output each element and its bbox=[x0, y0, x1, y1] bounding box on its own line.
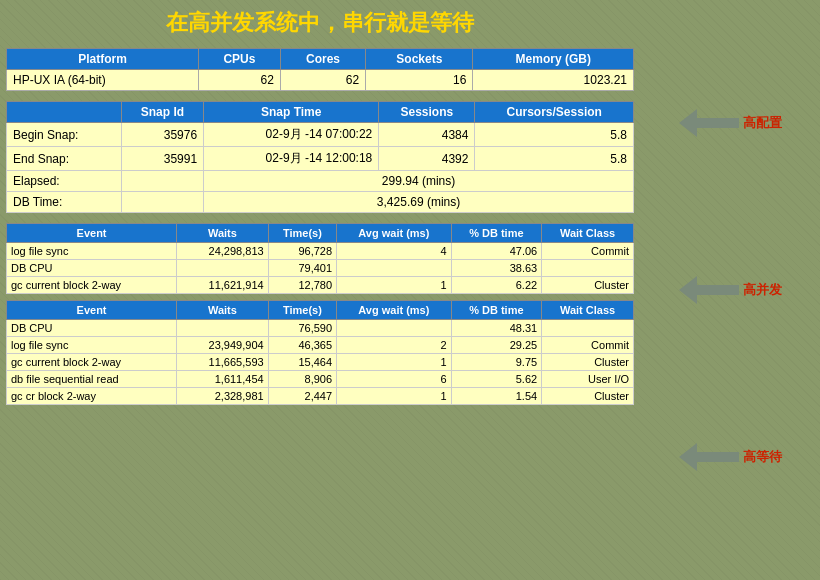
svg-marker-1 bbox=[679, 276, 739, 304]
platform-header-sockets: Sockets bbox=[366, 49, 473, 70]
bottom-event-cell-3-2: 8,906 bbox=[268, 371, 336, 388]
snap-cell-1-0: End Snap: bbox=[7, 147, 122, 171]
main-content: 在高并发系统中，串行就是等待 Platform CPUs Cores Socke… bbox=[0, 0, 640, 580]
platform-header-platform: Platform bbox=[7, 49, 199, 70]
top-events-table: EventWaitsTime(s)Avg wait (ms)% DB timeW… bbox=[6, 223, 634, 294]
top-event-cell-1-2: 79,401 bbox=[268, 260, 336, 277]
arrow-icon-2 bbox=[679, 443, 739, 471]
snap-cell-1-3: 4392 bbox=[379, 147, 475, 171]
arrow-icon-1 bbox=[679, 276, 739, 304]
top-event-cell-2-4: 6.22 bbox=[451, 277, 542, 294]
bottom-event-cell-0-4: 48.31 bbox=[451, 320, 542, 337]
top-event-cell-2-5: Cluster bbox=[542, 277, 634, 294]
top-event-cell-0-4: 47.06 bbox=[451, 243, 542, 260]
bottom-event-row-1: log file sync23,949,90446,365229.25Commi… bbox=[7, 337, 634, 354]
bottom-event-cell-2-1: 11,665,593 bbox=[177, 354, 269, 371]
top-event-cell-0-0: log file sync bbox=[7, 243, 177, 260]
top-event-row-0: log file sync24,298,81396,728447.06Commi… bbox=[7, 243, 634, 260]
bottom-event-cell-1-3: 2 bbox=[337, 337, 451, 354]
snap-cell-0-4: 5.8 bbox=[475, 123, 634, 147]
top-event-header-1: Waits bbox=[177, 224, 269, 243]
top-event-row-2: gc current block 2-way11,621,91412,78016… bbox=[7, 277, 634, 294]
bottom-event-header-1: Waits bbox=[177, 301, 269, 320]
snap-header-cursors: Cursors/Session bbox=[475, 102, 634, 123]
snap-cell-1-4: 5.8 bbox=[475, 147, 634, 171]
arrow-item-1: 高并发 bbox=[679, 276, 782, 304]
snap-table: Snap Id Snap Time Sessions Cursors/Sessi… bbox=[6, 101, 634, 213]
arrow-icon-0 bbox=[679, 109, 739, 137]
snap-row-2: Elapsed:299.94 (mins) bbox=[7, 171, 634, 192]
snap-row-1: End Snap:3599102-9月 -14 12:00:1843925.8 bbox=[7, 147, 634, 171]
platform-row: HP-UX IA (64-bit) 62 62 16 1023.21 bbox=[7, 70, 634, 91]
snap-cell-3-2: 3,425.69 (mins) bbox=[204, 192, 634, 213]
arrow-label-1: 高并发 bbox=[743, 281, 782, 299]
bottom-event-cell-0-5 bbox=[542, 320, 634, 337]
bottom-event-cell-2-3: 1 bbox=[337, 354, 451, 371]
top-event-cell-1-4: 38.63 bbox=[451, 260, 542, 277]
top-event-cell-0-5: Commit bbox=[542, 243, 634, 260]
snap-cell-1-2: 02-9月 -14 12:00:18 bbox=[204, 147, 379, 171]
bottom-event-cell-4-2: 2,447 bbox=[268, 388, 336, 405]
top-event-cell-2-0: gc current block 2-way bbox=[7, 277, 177, 294]
bottom-event-cell-3-1: 1,611,454 bbox=[177, 371, 269, 388]
platform-header-cores: Cores bbox=[280, 49, 365, 70]
snap-cell-3-0: DB Time: bbox=[7, 192, 122, 213]
bottom-event-cell-0-2: 76,590 bbox=[268, 320, 336, 337]
snap-row-3: DB Time:3,425.69 (mins) bbox=[7, 192, 634, 213]
top-event-header-0: Event bbox=[7, 224, 177, 243]
bottom-event-cell-4-4: 1.54 bbox=[451, 388, 542, 405]
bottom-event-cell-1-5: Commit bbox=[542, 337, 634, 354]
bottom-events-table: EventWaitsTime(s)Avg wait (ms)% DB timeW… bbox=[6, 300, 634, 405]
bottom-event-cell-1-1: 23,949,904 bbox=[177, 337, 269, 354]
bottom-event-header-2: Time(s) bbox=[268, 301, 336, 320]
bottom-event-cell-2-4: 9.75 bbox=[451, 354, 542, 371]
bottom-event-cell-2-2: 15,464 bbox=[268, 354, 336, 371]
snap-cell-3-1 bbox=[121, 192, 203, 213]
snap-row-0: Begin Snap:3597602-9月 -14 07:00:2243845.… bbox=[7, 123, 634, 147]
svg-marker-2 bbox=[679, 443, 739, 471]
top-event-cell-1-3 bbox=[337, 260, 451, 277]
top-event-header-5: Wait Class bbox=[542, 224, 634, 243]
top-event-cell-2-2: 12,780 bbox=[268, 277, 336, 294]
bottom-event-cell-0-0: DB CPU bbox=[7, 320, 177, 337]
top-event-cell-0-1: 24,298,813 bbox=[177, 243, 269, 260]
bottom-events-section: EventWaitsTime(s)Avg wait (ms)% DB timeW… bbox=[6, 300, 634, 405]
bottom-event-cell-4-3: 1 bbox=[337, 388, 451, 405]
bottom-event-cell-2-5: Cluster bbox=[542, 354, 634, 371]
platform-sockets: 16 bbox=[366, 70, 473, 91]
bottom-event-row-4: gc cr block 2-way2,328,9812,44711.54Clus… bbox=[7, 388, 634, 405]
arrow-label-0: 高配置 bbox=[743, 114, 782, 132]
top-event-header-4: % DB time bbox=[451, 224, 542, 243]
snap-cell-0-3: 4384 bbox=[379, 123, 475, 147]
snap-header-snapid: Snap Id bbox=[121, 102, 203, 123]
bottom-event-cell-4-0: gc cr block 2-way bbox=[7, 388, 177, 405]
platform-cpus: 62 bbox=[199, 70, 281, 91]
svg-marker-0 bbox=[679, 109, 739, 137]
snap-header-0 bbox=[7, 102, 122, 123]
top-event-row-1: DB CPU79,40138.63 bbox=[7, 260, 634, 277]
bottom-event-cell-1-4: 29.25 bbox=[451, 337, 542, 354]
top-event-cell-0-3: 4 bbox=[337, 243, 451, 260]
bottom-event-header-5: Wait Class bbox=[542, 301, 634, 320]
platform-name: HP-UX IA (64-bit) bbox=[7, 70, 199, 91]
snap-cell-0-1: 35976 bbox=[121, 123, 203, 147]
platform-memory: 1023.21 bbox=[473, 70, 634, 91]
bottom-event-header-4: % DB time bbox=[451, 301, 542, 320]
bottom-event-header-0: Event bbox=[7, 301, 177, 320]
bottom-event-cell-4-5: Cluster bbox=[542, 388, 634, 405]
platform-header-memory: Memory (GB) bbox=[473, 49, 634, 70]
snap-header-sessions: Sessions bbox=[379, 102, 475, 123]
top-events-section: EventWaitsTime(s)Avg wait (ms)% DB timeW… bbox=[6, 223, 634, 294]
bottom-event-cell-1-0: log file sync bbox=[7, 337, 177, 354]
platform-cores: 62 bbox=[280, 70, 365, 91]
bottom-event-cell-3-5: User I/O bbox=[542, 371, 634, 388]
bottom-event-cell-0-1 bbox=[177, 320, 269, 337]
arrow-item-0: 高配置 bbox=[679, 109, 782, 137]
right-panel: 高配置 高并发 高等待 bbox=[640, 0, 820, 580]
bottom-event-cell-4-1: 2,328,981 bbox=[177, 388, 269, 405]
snap-cell-0-0: Begin Snap: bbox=[7, 123, 122, 147]
top-event-header-2: Time(s) bbox=[268, 224, 336, 243]
bottom-event-cell-3-4: 5.62 bbox=[451, 371, 542, 388]
bottom-event-header-3: Avg wait (ms) bbox=[337, 301, 451, 320]
top-event-cell-1-0: DB CPU bbox=[7, 260, 177, 277]
